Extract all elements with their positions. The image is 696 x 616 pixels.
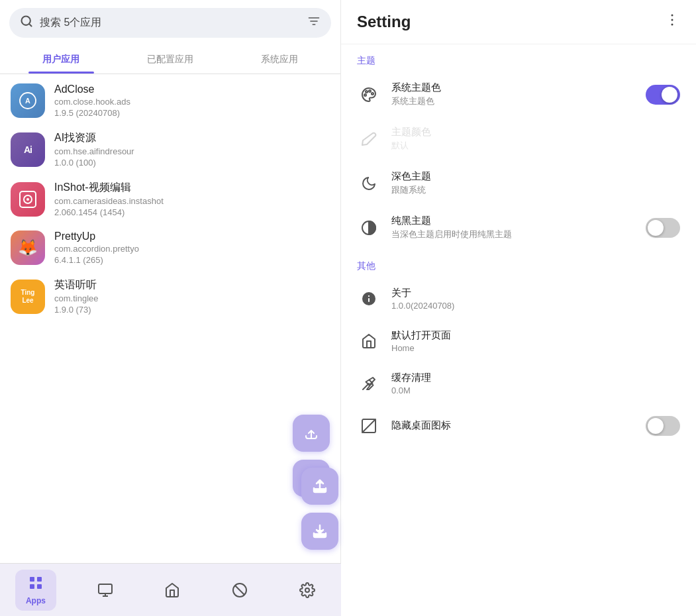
toggle-thumb — [662, 87, 677, 103]
toggle-pure-black[interactable] — [646, 218, 680, 238]
home-icon-fixed — [164, 582, 180, 598]
setting-title: 纯黑主题 — [391, 215, 635, 227]
app-name: InShot-视频编辑 — [54, 181, 164, 195]
search-bar[interactable]: 搜索 5个应用 — [9, 8, 331, 38]
svg-line-1 — [29, 24, 32, 26]
app-icon-tinglee: TingLee — [11, 280, 45, 314]
settings-header: Setting — [341, 0, 696, 44]
app-info-tinglee: 英语听听 com.tinglee 1.9.0 (73) — [54, 278, 98, 315]
setting-title: 主题颜色 — [391, 126, 680, 138]
filter-icon[interactable] — [307, 15, 321, 31]
app-icon-prettyup: 🦊 — [11, 231, 45, 265]
app-name: 英语听听 — [54, 278, 98, 292]
setting-item-default-open[interactable]: 默认打开页面 Home — [341, 320, 696, 362]
home2-icon — [357, 329, 381, 353]
list-item[interactable]: Ai AI找资源 com.hse.aifindresour 1.0.0 (100… — [0, 125, 340, 174]
app-info-inshot: InShot-视频编辑 com.camerasideas.instashot 2… — [54, 181, 164, 217]
palette-icon — [357, 83, 381, 107]
app-info-adclose: AdClose com.close.hook.ads 1.9.5 (202407… — [54, 83, 130, 118]
setting-title: 深色主题 — [391, 170, 680, 183]
svg-rect-37 — [37, 584, 42, 589]
toggle-system-theme[interactable] — [646, 85, 680, 105]
broom-icon — [357, 372, 381, 395]
setting-title: 缓存清理 — [391, 372, 680, 384]
setting-item-dark-theme[interactable]: 深色主题 跟随系统 — [341, 161, 696, 205]
nav-item-gear-fixed[interactable] — [289, 577, 326, 603]
app-icon-adclose: A — [11, 83, 45, 118]
setting-title: 系统主题色 — [391, 81, 635, 94]
setting-subtitle: 0.0M — [391, 385, 680, 395]
settings-title: Setting — [357, 13, 411, 31]
list-item[interactable]: A AdClose com.close.hook.ads 1.9.5 (2024… — [0, 77, 340, 125]
app-version: 1.0.0 (100) — [54, 158, 134, 168]
setting-text-cache-clean: 缓存清理 0.0M — [391, 372, 680, 395]
monitor-icon-fixed — [97, 582, 113, 598]
setting-subtitle: 默认 — [391, 140, 680, 152]
search-placeholder: 搜索 5个应用 — [40, 16, 301, 30]
nav-item-home-fixed[interactable] — [154, 577, 191, 603]
more-options-icon[interactable] — [664, 12, 680, 32]
setting-item-about[interactable]: 关于 1.0.0(20240708) — [341, 278, 696, 320]
setting-text-system-theme: 系统主题色 系统主题色 — [391, 81, 635, 107]
app-info-ai: AI找资源 com.hse.aifindresour 1.0.0 (100) — [54, 131, 134, 168]
svg-line-42 — [235, 585, 244, 594]
app-version: 2.060.1454 (1454) — [54, 207, 164, 217]
list-item[interactable]: InShot-视频编辑 com.camerasideas.instashot 2… — [0, 174, 340, 224]
tab-user-apps[interactable]: 用户应用 — [7, 46, 116, 74]
list-item[interactable]: TingLee 英语听听 com.tinglee 1.9.0 (73) — [0, 272, 340, 321]
svg-point-43 — [305, 588, 309, 592]
setting-item-cache-clean[interactable]: 缓存清理 0.0M — [341, 362, 696, 405]
nav-item-apps-fixed[interactable]: Apps — [15, 570, 56, 611]
upload-fab-button-fixed[interactable] — [301, 468, 338, 505]
upload-fab-button[interactable] — [293, 415, 330, 452]
toggle-thumb — [648, 220, 664, 236]
gear-icon-fixed — [299, 582, 315, 598]
tab-system-apps[interactable]: 系统应用 — [224, 46, 334, 74]
list-item[interactable]: 🦊 PrettyUp com.accordion.prettyo 6.4.1.1… — [0, 224, 340, 272]
setting-item-theme-color[interactable]: 主题颜色 默认 — [341, 117, 696, 161]
block-icon-fixed — [232, 582, 248, 598]
setting-title: 默认打开页面 — [391, 329, 680, 342]
svg-point-25 — [366, 91, 368, 93]
setting-text-about: 关于 1.0.0(20240708) — [391, 287, 680, 311]
nav-item-monitor-fixed[interactable] — [87, 577, 124, 603]
apps-grid-icon — [28, 575, 44, 593]
contrast-icon — [357, 216, 381, 240]
app-name: AdClose — [54, 83, 130, 95]
nav-label-apps-fixed: Apps — [26, 596, 46, 605]
setting-text-pure-black: 纯黑主题 当深色主题启用时使用纯黑主题 — [391, 215, 635, 240]
info-icon — [357, 287, 381, 311]
setting-subtitle: Home — [391, 343, 680, 353]
moon-icon — [357, 172, 381, 195]
app-icon-inshot — [11, 182, 45, 217]
app-icon-ai: Ai — [11, 132, 45, 167]
section-label-other: 其他 — [341, 250, 696, 278]
settings-panel: Setting 主题 — [341, 0, 696, 616]
svg-point-9 — [26, 198, 29, 201]
brush-icon — [357, 127, 381, 151]
app-tabs: 用户应用 已配置应用 系统应用 — [0, 46, 340, 74]
svg-rect-35 — [37, 577, 42, 582]
app-version: 6.4.1.1 (265) — [54, 255, 139, 265]
download-fab-button-fixed[interactable] — [301, 513, 338, 550]
setting-title: 关于 — [391, 287, 680, 299]
app-name: PrettyUp — [54, 231, 139, 242]
nav-item-block-fixed[interactable] — [221, 577, 258, 603]
svg-line-33 — [362, 419, 375, 433]
toggle-hide-icon[interactable] — [646, 416, 680, 436]
setting-subtitle: 1.0.0(20240708) — [391, 301, 680, 311]
app-version: 1.9.0 (73) — [54, 305, 98, 315]
svg-rect-38 — [99, 584, 112, 593]
setting-subtitle: 系统主题色 — [391, 95, 635, 107]
svg-point-24 — [372, 93, 373, 95]
setting-item-pure-black[interactable]: 纯黑主题 当深色主题启用时使用纯黑主题 — [341, 205, 696, 250]
setting-subtitle: 当深色主题启用时使用纯黑主题 — [391, 229, 635, 240]
app-version: 1.9.5 (20240708) — [54, 108, 130, 118]
setting-item-hide-icon[interactable]: 隐藏桌面图标 — [341, 405, 696, 447]
tab-configured-apps[interactable]: 已配置应用 — [116, 46, 225, 74]
setting-subtitle: 跟随系统 — [391, 184, 680, 196]
svg-point-22 — [671, 24, 673, 26]
setting-text-hide-icon: 隐藏桌面图标 — [391, 419, 635, 433]
app-list: A AdClose com.close.hook.ads 1.9.5 (2024… — [0, 74, 340, 563]
setting-item-system-theme-color[interactable]: 系统主题色 系统主题色 — [341, 72, 696, 117]
